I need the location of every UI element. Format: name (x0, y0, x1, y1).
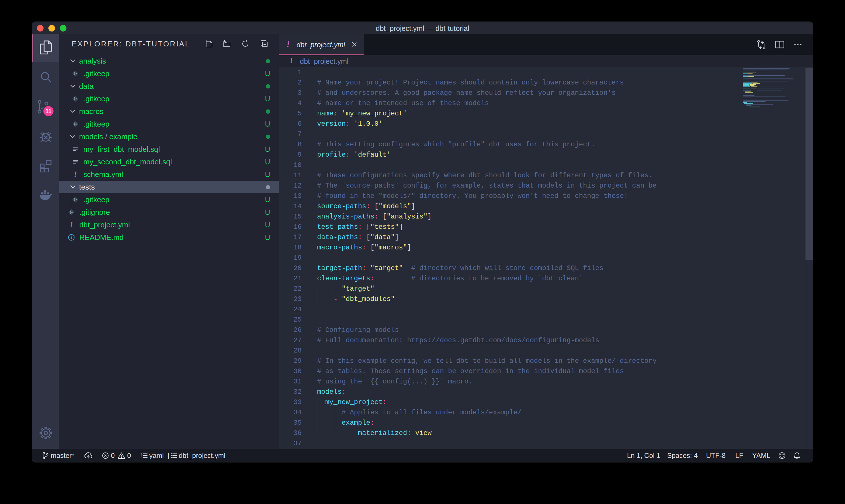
svg-text:11: 11 (45, 108, 52, 114)
